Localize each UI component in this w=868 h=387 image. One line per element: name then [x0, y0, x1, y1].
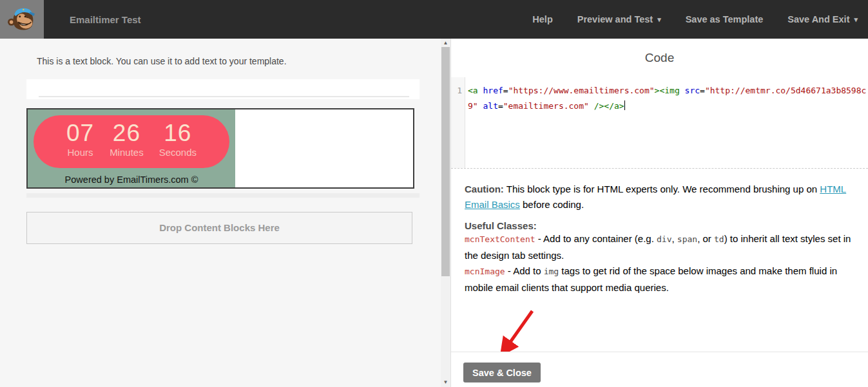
code-input[interactable]: <a href="https://www.emailtimers.com"><i… [465, 77, 868, 168]
html-code-editor[interactable]: 1 <a href="https://www.emailtimers.com">… [451, 77, 868, 169]
nav-help[interactable]: Help [532, 14, 552, 24]
nav-save-as-template[interactable]: Save as Template [686, 14, 764, 24]
panel-footer: Save & Close [451, 352, 868, 387]
nav-preview-and-test[interactable]: Preview and Test ▾ [577, 14, 661, 24]
text-cursor [624, 100, 625, 110]
nav-save-and-exit[interactable]: Save And Exit ▾ [787, 14, 858, 24]
caution-paragraph: Caution: This block type is for HTML exp… [465, 182, 856, 212]
divider-content-block[interactable] [26, 79, 420, 99]
scrollbar-thumb[interactable] [441, 47, 450, 276]
app-header: Emailtimer Test Help Preview and Test ▾ … [0, 0, 868, 39]
timer-unit-minutes: 26 Minutes [110, 115, 144, 168]
scrollbar-up-icon[interactable]: ▲ [441, 39, 450, 47]
block-separator [26, 193, 420, 198]
mailchimp-logo-button[interactable] [0, 0, 44, 39]
main-split: This is a text block. You can use it to … [0, 39, 868, 387]
line-number-gutter: 1 [451, 77, 465, 168]
chevron-down-icon: ▾ [854, 16, 858, 23]
email-canvas: This is a text block. You can use it to … [0, 39, 441, 387]
mcn-text-content-description: mcnTextContent - Add to any container (e… [465, 231, 856, 263]
nav-help-label: Help [532, 14, 552, 24]
timer-unit-seconds: 16 Seconds [159, 115, 197, 168]
minutes-value: 26 [110, 120, 144, 146]
nav-preview-label: Preview and Test [577, 14, 653, 24]
seconds-label: Seconds [159, 147, 197, 158]
code-editor-panel: Code 1 <a href="https://www.emailtimers.… [450, 39, 868, 387]
scrollbar-down-icon[interactable]: ▼ [441, 379, 450, 386]
text-content-block[interactable]: This is a text block. You can use it to … [37, 56, 287, 66]
seconds-value: 16 [159, 120, 197, 146]
mcn-image-description: mcnImage - Add to img tags to get rid of… [465, 263, 856, 296]
nav-save-exit-label: Save And Exit [787, 14, 849, 24]
powered-by-text: Powered by EmailTimers.com © [28, 175, 235, 185]
help-text-section: Caution: This block type is for HTML exp… [465, 182, 856, 296]
document-title: Emailtimer Test [70, 14, 141, 25]
minutes-label: Minutes [110, 147, 144, 158]
drop-content-blocks-target[interactable]: Drop Content Blocks Here [26, 212, 412, 244]
hours-label: Hours [66, 147, 94, 158]
save-and-close-button[interactable]: Save & Close [463, 363, 541, 382]
chevron-down-icon: ▾ [657, 16, 661, 23]
mailchimp-freddie-icon [7, 6, 37, 33]
timer-content-block[interactable]: 07 Hours 26 Minutes 16 Seconds Powered b… [26, 108, 414, 189]
hours-value: 07 [66, 120, 94, 146]
header-nav: Help Preview and Test ▾ Save as Template… [532, 14, 868, 24]
panel-title: Code [451, 39, 868, 65]
timer-unit-hours: 07 Hours [66, 115, 94, 168]
useful-classes-heading: Useful Classes: [465, 220, 856, 231]
canvas-scrollbar[interactable]: ▲ ▼ [441, 39, 450, 387]
countdown-pill: 07 Hours 26 Minutes 16 Seconds [34, 115, 229, 168]
timer-image: 07 Hours 26 Minutes 16 Seconds Powered b… [28, 109, 235, 187]
nav-save-template-label: Save as Template [686, 14, 764, 24]
